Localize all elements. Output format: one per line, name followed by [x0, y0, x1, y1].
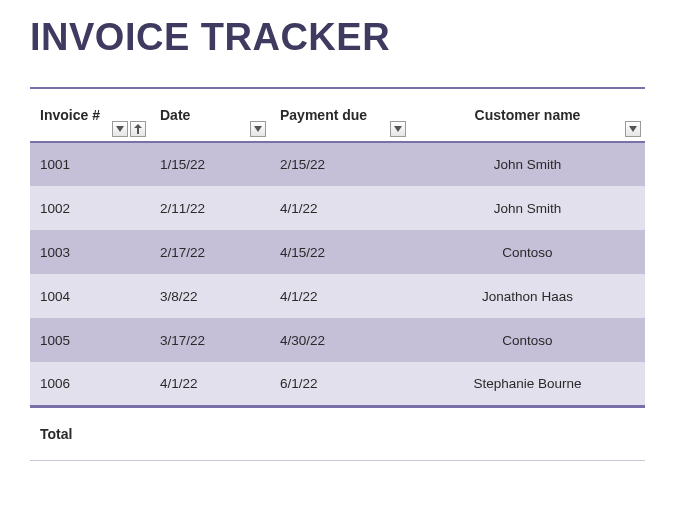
column-header-label: Customer name: [475, 107, 581, 123]
cell-due: 6/1/22: [270, 362, 410, 406]
table-footer-row: Total: [30, 406, 645, 460]
cell-invoice: 1006: [30, 362, 150, 406]
column-header-due: Payment due: [270, 88, 410, 142]
cell-due: 4/30/22: [270, 318, 410, 362]
cell-date: 3/17/22: [150, 318, 270, 362]
column-header-label: Date: [160, 107, 190, 123]
filter-button-customer[interactable]: [625, 121, 641, 137]
cell-invoice: 1005: [30, 318, 150, 362]
column-header-invoice: Invoice #: [30, 88, 150, 142]
arrow-up-icon: [134, 124, 142, 134]
table-body: 10011/15/222/15/22John Smith10022/11/224…: [30, 142, 645, 406]
cell-date: 1/15/22: [150, 142, 270, 186]
chevron-down-icon: [394, 126, 402, 132]
sort-asc-button-invoice[interactable]: [130, 121, 146, 137]
footer-cell: [410, 406, 645, 460]
cell-customer: Stephanie Bourne: [410, 362, 645, 406]
table-row: 10064/1/226/1/22Stephanie Bourne: [30, 362, 645, 406]
cell-customer: John Smith: [410, 142, 645, 186]
column-header-label: Invoice #: [40, 107, 100, 123]
footer-total-label: Total: [30, 406, 150, 460]
cell-due: 2/15/22: [270, 142, 410, 186]
svg-marker-1: [134, 124, 142, 134]
page-title: INVOICE TRACKER: [30, 16, 645, 59]
cell-customer: Contoso: [410, 230, 645, 274]
chevron-down-icon: [254, 126, 262, 132]
column-header-date: Date: [150, 88, 270, 142]
cell-customer: Jonathon Haas: [410, 274, 645, 318]
svg-marker-2: [254, 126, 262, 132]
cell-due: 4/1/22: [270, 274, 410, 318]
filter-button-due[interactable]: [390, 121, 406, 137]
invoice-table: Invoice # Date: [30, 87, 645, 461]
cell-due: 4/1/22: [270, 186, 410, 230]
table-row: 10043/8/224/1/22Jonathon Haas: [30, 274, 645, 318]
filter-button-invoice[interactable]: [112, 121, 128, 137]
footer-cell: [270, 406, 410, 460]
cell-customer: John Smith: [410, 186, 645, 230]
cell-date: 2/11/22: [150, 186, 270, 230]
cell-invoice: 1003: [30, 230, 150, 274]
svg-marker-0: [116, 126, 124, 132]
svg-marker-3: [394, 126, 402, 132]
svg-marker-4: [629, 126, 637, 132]
footer-cell: [150, 406, 270, 460]
cell-due: 4/15/22: [270, 230, 410, 274]
cell-invoice: 1004: [30, 274, 150, 318]
cell-invoice: 1001: [30, 142, 150, 186]
column-header-label: Payment due: [280, 107, 367, 123]
table-row: 10011/15/222/15/22John Smith: [30, 142, 645, 186]
filter-button-date[interactable]: [250, 121, 266, 137]
cell-invoice: 1002: [30, 186, 150, 230]
column-header-customer: Customer name: [410, 88, 645, 142]
table-row: 10032/17/224/15/22Contoso: [30, 230, 645, 274]
chevron-down-icon: [629, 126, 637, 132]
cell-customer: Contoso: [410, 318, 645, 362]
chevron-down-icon: [116, 126, 124, 132]
cell-date: 2/17/22: [150, 230, 270, 274]
table-row: 10053/17/224/30/22Contoso: [30, 318, 645, 362]
table-row: 10022/11/224/1/22John Smith: [30, 186, 645, 230]
cell-date: 3/8/22: [150, 274, 270, 318]
table-header-row: Invoice # Date: [30, 88, 645, 142]
cell-date: 4/1/22: [150, 362, 270, 406]
